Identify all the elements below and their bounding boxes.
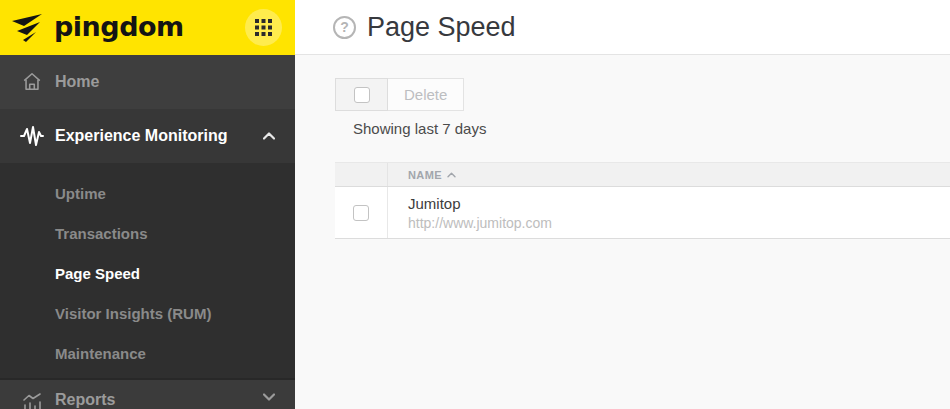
showing-period-text: Showing last 7 days <box>353 120 950 137</box>
help-icon[interactable]: ? <box>333 16 356 39</box>
grid-icon <box>255 19 272 36</box>
column-header-name[interactable]: NAME <box>388 163 456 186</box>
main-content: ? Page Speed Delete Showing last 7 days … <box>295 0 950 409</box>
check-url: http://www.jumitop.com <box>408 215 552 231</box>
sidebar-item-label: Experience Monitoring <box>55 127 227 145</box>
sort-ascending-icon <box>447 172 456 178</box>
sidebar-item-label: Home <box>55 73 99 91</box>
sidebar-item-transactions[interactable]: Transactions <box>0 214 295 254</box>
table-row[interactable]: Jumitop http://www.jumitop.com <box>335 187 950 239</box>
header-checkbox-column <box>335 163 388 186</box>
chevron-down-icon <box>263 393 275 401</box>
sidebar: pingdom <box>0 0 295 409</box>
select-all-checkbox[interactable] <box>354 87 370 103</box>
sidebar-item-home[interactable]: Home <box>0 55 295 109</box>
sidebar-item-experience-monitoring[interactable]: Experience Monitoring <box>0 109 295 163</box>
checks-table: NAME Jumitop http://www.jum <box>335 162 950 239</box>
brand-bar: pingdom <box>0 0 295 55</box>
sidebar-item-maintenance[interactable]: Maintenance <box>0 334 295 374</box>
check-name-cell[interactable]: Jumitop http://www.jumitop.com <box>388 187 552 238</box>
waveform-icon <box>20 124 44 148</box>
solarwinds-arrow-icon <box>12 13 46 43</box>
app-window: pingdom <box>0 0 950 409</box>
reports-chart-icon <box>20 393 44 409</box>
page-header: ? Page Speed <box>295 0 950 55</box>
row-checkbox[interactable] <box>353 205 369 221</box>
table-header-row: NAME <box>335 163 950 187</box>
sidebar-item-page-speed[interactable]: Page Speed <box>0 254 295 294</box>
delete-button[interactable]: Delete <box>388 78 464 111</box>
content-area: Delete Showing last 7 days NAME <box>295 55 950 239</box>
check-name: Jumitop <box>408 195 552 212</box>
bulk-action-toolbar: Delete <box>335 78 464 111</box>
sidebar-item-label: Reports <box>55 391 115 409</box>
brand-wordmark: pingdom <box>54 13 184 43</box>
pingdom-logo[interactable]: pingdom <box>12 13 184 43</box>
chevron-up-icon <box>263 132 275 140</box>
sidebar-item-uptime[interactable]: Uptime <box>0 174 295 214</box>
sidebar-item-reports[interactable]: Reports <box>0 380 295 409</box>
sidebar-item-visitor-insights[interactable]: Visitor Insights (RUM) <box>0 294 295 334</box>
row-checkbox-cell <box>335 187 388 238</box>
apps-grid-button[interactable] <box>245 9 282 46</box>
select-all-button[interactable] <box>335 78 388 111</box>
experience-monitoring-submenu: Uptime Transactions Page Speed Visitor I… <box>0 163 295 378</box>
home-icon <box>20 71 44 93</box>
page-title: Page Speed <box>367 12 516 43</box>
